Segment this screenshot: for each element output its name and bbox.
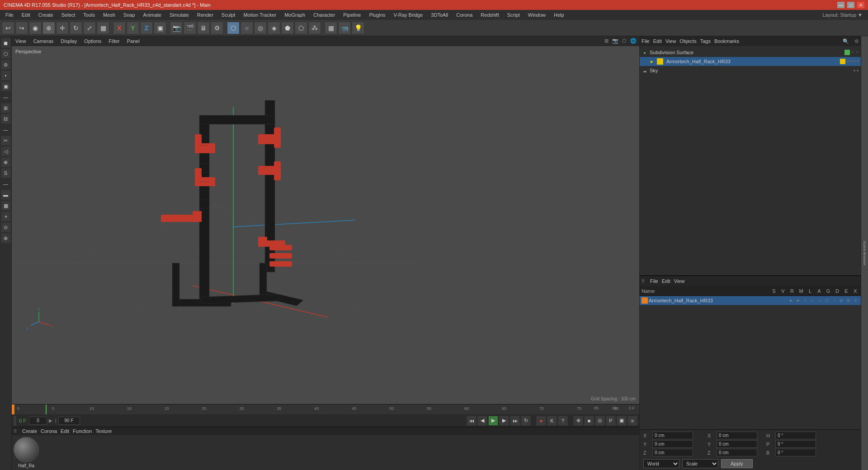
tb-live[interactable]: ◉ [29,22,42,34]
coord-x-rot[interactable] [717,432,757,439]
close-button[interactable]: ✕ [857,2,864,8]
tb-cube[interactable]: ⬡ [227,22,240,34]
menu-edit[interactable]: Edit [18,11,34,19]
menu-animate[interactable]: Animate [140,11,165,19]
obj-bookmarks[interactable]: Bookmarks [714,38,739,44]
vp-icon-layout[interactable]: ⊞ [602,37,610,45]
obj-file[interactable]: File [642,38,650,44]
lt-mode-texture[interactable]: ⬡ [1,49,11,59]
tb-scale[interactable]: ⤢ [83,22,96,34]
tb-axis-y[interactable]: Y [127,22,139,34]
vp-cameras-menu[interactable]: Cameras [32,38,56,44]
menu-plugins[interactable]: Plugins [365,11,389,19]
menu-sculpt[interactable]: Sculpt [218,11,239,19]
obj-row-armortech[interactable]: ▶ Armortech_Half_Rack_HR33 ● ● ● ● [640,57,861,66]
obj-edit[interactable]: Edit [653,38,662,44]
pb-key-obj[interactable]: K [547,416,557,426]
tb-render-all[interactable]: 🖥 [197,22,210,34]
pb-key-sel[interactable]: ■ [584,416,594,426]
timeline-bar[interactable]: 0 5 10 15 20 25 30 35 40 45 50 55 60 65 … [14,404,639,414]
lt-magnet[interactable]: ⊕ [1,157,11,167]
coord-b-val[interactable] [775,449,816,456]
tb-deformer[interactable]: ⬟ [281,22,294,34]
tb-render[interactable]: 🎬 [184,22,196,34]
tb-move[interactable]: ✛ [56,22,69,34]
obj-gear-icon[interactable]: ⚙ [854,38,859,44]
pb-help[interactable]: ? [558,416,568,426]
tb-sphere[interactable]: ○ [241,22,253,34]
coord-z-rot[interactable] [717,449,757,456]
mat-corona[interactable]: Corona [41,428,57,434]
coord-h-val[interactable] [775,432,816,439]
vp-icon-display[interactable]: ⬡ [620,37,628,45]
tb-undo[interactable]: ↩ [2,22,14,34]
menu-corona[interactable]: Corona [453,11,476,19]
pb-motion[interactable]: ◎ [595,416,605,426]
pb-pow[interactable]: P [606,416,616,426]
attr-view[interactable]: View [674,278,685,284]
obj-objects[interactable]: Objects [679,38,696,44]
mat-function[interactable]: Function [73,428,92,434]
pb-first-frame[interactable]: ⏮ [467,416,476,426]
lt-mode-model[interactable]: ◼ [1,38,11,48]
menu-character[interactable]: Character [310,11,339,19]
lt-sculpt[interactable]: S [1,168,11,178]
mat-sphere-container[interactable]: Half_Ra [14,437,39,468]
obj-view[interactable]: View [665,38,676,44]
menu-snap[interactable]: Snap [120,11,139,19]
coord-p-val[interactable] [775,440,816,448]
menu-help[interactable]: Help [550,11,568,19]
mat-edit[interactable]: Edit [61,428,69,434]
tb-wcs[interactable]: ▣ [154,22,166,34]
obj-tags[interactable]: Tags [700,38,711,44]
tb-axis-z[interactable]: Z [140,22,153,34]
menu-script[interactable]: Script [504,11,524,19]
viewport-canvas[interactable]: Perspective [12,46,639,404]
side-browser-tab[interactable]: Scene Browser [861,36,868,470]
menu-redshift[interactable]: Redshift [477,11,502,19]
lt-workplane[interactable]: ⌖ [1,212,11,221]
obj-row-subdivision[interactable]: ● Subdivision Surface ✓ ✓ [640,48,861,57]
pb-loop[interactable]: ↻ [521,416,531,426]
lt-mode-edge[interactable]: ⊘ [1,60,11,70]
coord-scale-select[interactable]: Scale Size [682,459,718,468]
attr-edit[interactable]: Edit [662,278,670,284]
menu-create[interactable]: Create [35,11,57,19]
obj-search-icon[interactable]: 🔍 [843,38,849,44]
tb-particle[interactable]: ⁂ [308,22,321,34]
lt-tweak[interactable]: ⊟ [1,114,11,124]
tb-transform[interactable]: ▦ [97,22,109,34]
lt-mode-point[interactable]: • [1,70,11,80]
menu-pipeline[interactable]: Pipeline [340,11,364,19]
mat-texture[interactable]: Texture [95,428,112,434]
apply-button[interactable]: Apply [721,459,753,468]
menu-window[interactable]: Window [524,11,549,19]
coord-y-pos[interactable] [652,440,693,448]
pb-end-input[interactable] [58,417,80,425]
pb-next-frame[interactable]: ▶ [499,416,509,426]
coord-y-rot[interactable] [717,440,757,448]
lt-knife[interactable]: ✂ [1,136,11,146]
attr-file[interactable]: File [650,278,658,284]
tb-grid[interactable]: ▦ [325,22,337,34]
vp-filter-menu[interactable]: Filter [107,38,121,44]
vp-panel-menu[interactable]: Panel [125,38,142,44]
menu-file[interactable]: File [2,11,17,19]
attr-armortech-row[interactable]: Armortech_Half_Rack_HR33 ● ● ○ ○ ○ ⬡ ↑ D… [640,296,861,305]
tb-axis-x[interactable]: X [113,22,126,34]
menu-select[interactable]: Select [58,11,79,19]
vp-display-menu[interactable]: Display [59,38,79,44]
tb-light[interactable]: 💡 [352,22,364,34]
vp-view-menu[interactable]: View [14,38,28,44]
tb-render-settings[interactable]: ⚙ [211,22,223,34]
tb-rotate[interactable]: ↻ [70,22,82,34]
pb-prev-frame[interactable]: ◀ [477,416,487,426]
lt-mode-poly[interactable]: ▣ [1,81,11,91]
tb-generator[interactable]: ⬠ [295,22,307,34]
maximize-button[interactable]: □ [847,2,854,8]
coord-z-pos[interactable] [652,449,693,456]
menu-simulate[interactable]: Simulate [166,11,193,19]
pb-frame-input[interactable] [29,417,47,425]
lt-grid2[interactable]: ▦ [1,201,11,211]
menu-motion-tracker[interactable]: Motion Tracker [240,11,280,19]
